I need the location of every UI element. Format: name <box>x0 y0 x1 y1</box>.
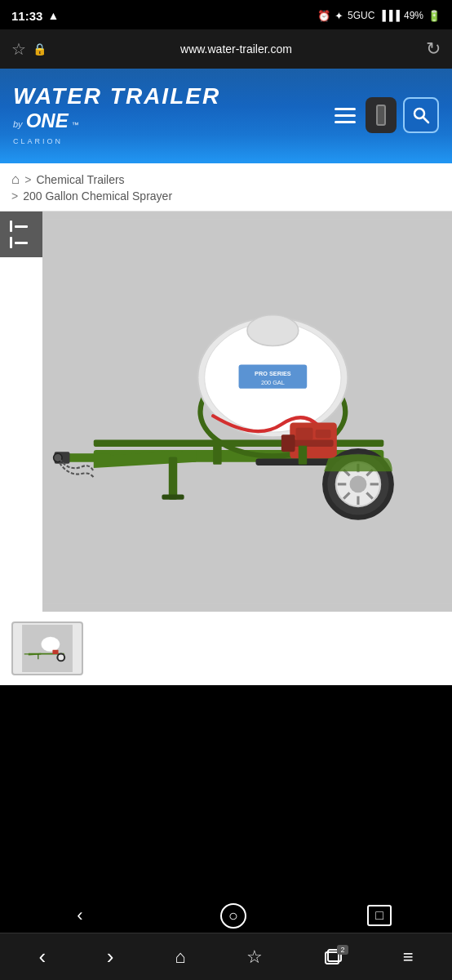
status-left: 11:33 ▲ <box>11 9 59 23</box>
svg-rect-10 <box>162 494 184 499</box>
alarm-icon: ⏰ <box>317 10 330 22</box>
android-recent-button[interactable]: □ <box>367 905 392 926</box>
svg-rect-20 <box>316 430 331 438</box>
filter-panel-button[interactable] <box>0 212 42 257</box>
breadcrumb-row1: ⌂ > Chemical Trailers <box>11 172 441 188</box>
svg-point-42 <box>42 637 60 652</box>
header-right <box>331 97 439 133</box>
browser-star-icon[interactable]: ☆ <box>11 39 26 59</box>
site-header: WATER TRAILER by ONE ™ CLARION <box>0 69 452 163</box>
trailer-illustration: PRO SERIES 200 GAL <box>42 212 452 612</box>
browser-tabs-button[interactable]: 2 <box>312 942 353 973</box>
product-main-image: PRO SERIES 200 GAL <box>42 212 452 612</box>
svg-rect-46 <box>38 654 38 659</box>
browser-back-button[interactable]: ‹ <box>27 938 57 976</box>
logo-tm: ™ <box>72 121 79 129</box>
breadcrumb-home-icon[interactable]: ⌂ <box>11 172 20 188</box>
product-section: PRO SERIES 200 GAL <box>0 212 452 685</box>
logo-by: by <box>13 119 23 129</box>
browser-menu-button[interactable]: ≡ <box>392 940 425 974</box>
battery-text: 49% <box>404 10 423 21</box>
svg-rect-9 <box>169 457 177 499</box>
filter-icon-2 <box>10 237 28 248</box>
battery-icon: 🔋 <box>428 10 441 22</box>
browser-forward-button[interactable]: › <box>95 938 126 976</box>
svg-line-1 <box>423 118 429 123</box>
signal-text: 5GUC <box>348 10 374 21</box>
logo-area: WATER TRAILER by ONE ™ CLARION <box>13 83 220 147</box>
status-time: 11:33 <box>11 9 42 23</box>
phone-icon <box>376 105 386 126</box>
hamburger-icon <box>335 108 356 123</box>
svg-text:200 GAL: 200 GAL <box>261 379 285 386</box>
android-nav-bar: ‹ ○ □ <box>0 898 452 933</box>
search-icon <box>412 106 430 124</box>
thumbnail-row <box>0 612 452 685</box>
logo-one: ONE <box>26 109 69 132</box>
bottom-browser-nav: ‹ › ⌂ ☆ 2 ≡ <box>0 933 452 980</box>
svg-rect-36 <box>213 446 221 465</box>
logo-water-trailer: WATER TRAILER <box>13 83 220 109</box>
logo-byline: by ONE ™ <box>13 109 220 132</box>
browser-url[interactable]: www.water-trailer.com <box>47 42 426 56</box>
bluetooth-icon: ✦ <box>335 10 343 22</box>
browser-home-button[interactable]: ⌂ <box>163 940 197 974</box>
svg-rect-41 <box>24 653 31 654</box>
svg-rect-19 <box>296 428 313 440</box>
breadcrumb-sep2: > <box>11 189 18 203</box>
svg-point-14 <box>247 315 299 346</box>
thumbnail-1[interactable] <box>11 621 83 675</box>
thumbnail-svg-1 <box>15 625 80 672</box>
svg-rect-37 <box>299 446 307 465</box>
svg-text:PRO SERIES: PRO SERIES <box>255 370 291 377</box>
android-home-button[interactable]: ○ <box>220 903 246 929</box>
tabs-badge: 2 <box>337 945 348 955</box>
bottom-spacer <box>0 685 452 767</box>
breadcrumb-row2: > 200 Gallon Chemical Sprayer <box>11 189 441 203</box>
signal-bars-icon: ▐▐▐ <box>379 10 400 21</box>
navigation-icon: ▲ <box>47 9 59 22</box>
breadcrumb-link-chemical-trailers[interactable]: Chemical Trailers <box>36 173 124 186</box>
browser-bookmark-button[interactable]: ☆ <box>235 940 274 974</box>
filter-icon <box>10 220 28 232</box>
status-right: ⏰ ✦ 5GUC ▐▐▐ 49% 🔋 <box>317 10 441 22</box>
svg-point-45 <box>58 655 64 661</box>
breadcrumb-link-200-gallon[interactable]: 200 Gallon Chemical Sprayer <box>23 189 172 203</box>
logo-clarion: CLARION <box>13 137 63 145</box>
android-back-button[interactable]: ‹ <box>60 900 99 931</box>
phone-icon-button[interactable] <box>366 97 397 133</box>
search-button[interactable] <box>403 97 439 133</box>
hamburger-menu-button[interactable] <box>331 105 359 127</box>
svg-point-27 <box>350 475 367 492</box>
browser-bar: ☆ 🔒 www.water-trailer.com ↻ <box>0 29 452 69</box>
browser-refresh-icon[interactable]: ↻ <box>426 38 441 60</box>
svg-rect-21 <box>292 440 333 447</box>
status-bar: 11:33 ▲ ⏰ ✦ 5GUC ▐▐▐ 49% 🔋 <box>0 0 452 29</box>
svg-rect-22 <box>281 434 295 452</box>
breadcrumb: ⌂ > Chemical Trailers > 200 Gallon Chemi… <box>0 163 452 212</box>
browser-lock-icon: 🔒 <box>33 42 47 56</box>
breadcrumb-sep1: > <box>24 173 31 186</box>
svg-rect-4 <box>94 440 384 447</box>
svg-rect-43 <box>52 650 58 654</box>
